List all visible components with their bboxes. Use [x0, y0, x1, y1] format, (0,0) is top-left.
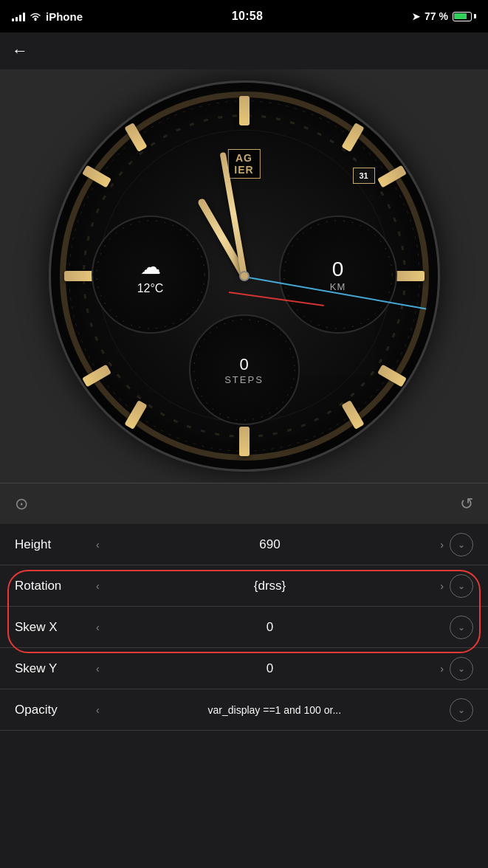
back-icon: ← [12, 41, 28, 61]
hour-marker-12 [239, 96, 250, 125]
watch-face: AG IER 31 ☁ 12°C 0 KM 0 [49, 80, 440, 472]
svg-point-5 [283, 221, 391, 328]
watch-preview: AG IER 31 ☁ 12°C 0 KM 0 [0, 69, 488, 483]
opacity-chevron-left[interactable]: ‹ [96, 704, 100, 716]
skew-y-value: 0 [106, 661, 435, 676]
status-left: iPhone [12, 10, 83, 23]
rotation-chevron-right[interactable]: › [440, 580, 444, 592]
height-row: Height ‹ 690 › ⌄ [0, 524, 488, 565]
properties-panel: Height ‹ 690 › ⌄ Rotation ‹ {drss} › ⌄ S… [0, 524, 488, 745]
skew-x-chevron-left[interactable]: ‹ [96, 621, 100, 633]
brand-label: AG IER [227, 149, 260, 179]
sub-dial-bottom: 0 STEPS [189, 314, 300, 425]
rotation-label: Rotation [15, 579, 96, 593]
hour-marker-3 [395, 271, 425, 281]
rotation-control: ‹ {drss} › [96, 579, 444, 593]
skew-x-control: ‹ 0 › [96, 620, 444, 635]
location-icon: ➤ [412, 11, 420, 22]
brand-top: AG [234, 152, 253, 164]
status-bar: iPhone 10:58 ➤ 77 % [0, 0, 488, 32]
rotation-row: Rotation ‹ {drss} › ⌄ [0, 565, 488, 607]
wifi-icon [30, 12, 41, 21]
svg-point-6 [193, 320, 294, 420]
height-control: ‹ 690 › [96, 537, 444, 552]
watch-settings-icon[interactable]: ⊙ [15, 495, 28, 514]
height-chevron-right[interactable]: › [440, 539, 444, 551]
skew-x-value: 0 [106, 620, 435, 635]
signal-bars-icon [12, 11, 25, 21]
opacity-control: ‹ var_display ==1 and 100 or... [96, 704, 444, 716]
height-dropdown-button[interactable]: ⌄ [450, 533, 473, 557]
toolbar: ⊙ ↺ [0, 483, 488, 524]
date-window: 31 [353, 168, 375, 184]
carrier-label: iPhone [46, 10, 83, 23]
skew-y-dropdown-icon: ⌄ [458, 664, 465, 674]
height-label: Height [15, 537, 96, 552]
battery-percent: 77 % [425, 10, 448, 22]
status-time: 10:58 [232, 10, 263, 23]
skew-y-dropdown-button[interactable]: ⌄ [450, 657, 473, 681]
battery-icon [453, 12, 476, 21]
hour-marker-6 [239, 427, 250, 456]
height-chevron-left[interactable]: ‹ [96, 539, 100, 551]
opacity-dropdown-icon: ⌄ [458, 705, 465, 715]
skew-x-row: Skew X ‹ 0 › ⌄ [0, 607, 488, 648]
skew-y-control: ‹ 0 › [96, 661, 444, 676]
undo-icon[interactable]: ↺ [460, 495, 473, 514]
skew-x-label: Skew X [15, 620, 96, 635]
height-dropdown-icon: ⌄ [458, 540, 465, 550]
skew-y-label: Skew Y [15, 661, 96, 676]
rotation-chevron-left[interactable]: ‹ [96, 580, 100, 592]
skew-x-dropdown-button[interactable]: ⌄ [450, 616, 473, 639]
opacity-row: Opacity ‹ var_display ==1 and 100 or... … [0, 689, 488, 731]
skew-y-chevron-left[interactable]: ‹ [96, 663, 100, 675]
rotation-dropdown-button[interactable]: ⌄ [450, 574, 473, 598]
opacity-label: Opacity [15, 703, 96, 717]
skew-y-row: Skew Y ‹ 0 › ⌄ [0, 648, 488, 689]
nav-bar: ← [0, 32, 488, 69]
brand-bottom: IER [234, 164, 253, 176]
back-button[interactable]: ← [12, 41, 28, 61]
skew-y-chevron-right[interactable]: › [440, 663, 444, 675]
rotation-dropdown-icon: ⌄ [458, 581, 465, 591]
status-right: ➤ 77 % [412, 10, 476, 22]
svg-point-4 [96, 221, 204, 328]
center-dot [239, 271, 250, 281]
rotation-value: {drss} [106, 579, 435, 593]
skew-x-dropdown-icon: ⌄ [458, 622, 465, 633]
height-value: 690 [106, 537, 435, 552]
opacity-value: var_display ==1 and 100 or... [106, 704, 444, 716]
opacity-dropdown-button[interactable]: ⌄ [450, 698, 473, 722]
hour-marker-9 [64, 271, 94, 281]
